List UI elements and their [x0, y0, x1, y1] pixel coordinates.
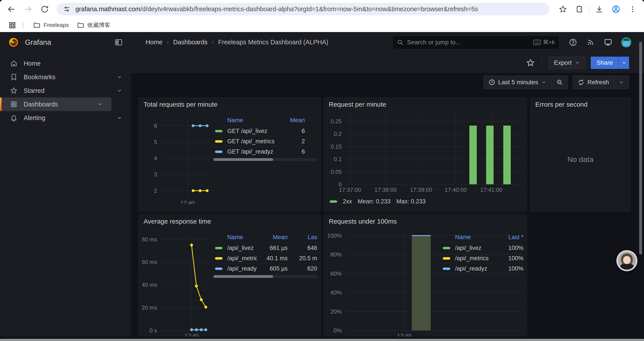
legend-row[interactable]: GET /api/_metrics 2 [212, 136, 317, 146]
refresh-label: Refresh [588, 79, 609, 86]
legend-row[interactable]: /api/_metrics 40.1 ms 20.5 m [212, 253, 317, 263]
sidebar-item-dashboards[interactable]: Dashboards [0, 97, 111, 111]
legend-col-last[interactable]: Las [288, 234, 317, 241]
legend-row[interactable]: GET /api/_livez 6 [212, 126, 317, 136]
panel-title[interactable]: Requests under 100ms [329, 218, 397, 225]
series-color-pill[interactable] [443, 267, 450, 270]
zoom-out-button[interactable] [551, 76, 568, 89]
svg-text:17:40: 17:40 [397, 333, 411, 336]
browser-menu-button[interactable] [627, 4, 638, 15]
panel-title[interactable]: Errors per second [535, 101, 588, 108]
legend-row[interactable]: GET /api/_readyz 6 [212, 146, 317, 157]
refresh-button[interactable]: Refresh [573, 76, 614, 89]
help-button[interactable] [568, 38, 577, 47]
legend-scrollbar[interactable] [212, 158, 317, 161]
user-avatar[interactable] [621, 37, 631, 47]
scrollbar-thumb[interactable] [214, 158, 273, 161]
home-icon [10, 60, 18, 67]
series-color-pill[interactable] [215, 140, 222, 143]
panel-errors-per-second[interactable]: Errors per second No data [530, 97, 631, 212]
breadcrumb-home[interactable]: Home [146, 39, 162, 46]
sidebar-item-alerting[interactable]: Alerting [0, 111, 131, 125]
panel-title[interactable]: Total requests per minute [144, 101, 218, 108]
apps-button[interactable] [6, 20, 18, 31]
favorite-dashboard-button[interactable] [526, 58, 535, 67]
legend-col-name[interactable]: Name [212, 117, 285, 124]
series-color-pill [330, 200, 337, 203]
panel-requests-under-100ms[interactable]: Requests under 100ms 100%80%60%40%20%0%1… [324, 214, 527, 336]
legend-col-name[interactable]: Name [212, 234, 257, 241]
series-color-pill[interactable] [215, 130, 222, 132]
legend-col-mean[interactable]: Mean [257, 234, 288, 241]
back-button[interactable] [6, 4, 17, 15]
refresh-interval-button[interactable] [614, 76, 629, 89]
svg-text:0.1: 0.1 [334, 156, 342, 162]
share-menu-button[interactable] [618, 57, 629, 69]
series-color-pill[interactable] [443, 247, 450, 249]
chevron-down-icon[interactable] [116, 115, 122, 121]
bookmark-folder-freeleaps[interactable]: Freeleaps [29, 20, 73, 31]
star-icon [526, 58, 535, 67]
series-color-pill[interactable] [215, 267, 222, 270]
site-settings-icon[interactable] [63, 6, 70, 13]
search-input[interactable]: Search or jump to... ⌘+k [392, 36, 560, 49]
sidebar-item-home[interactable]: Home [0, 57, 131, 70]
bell-icon [10, 114, 18, 122]
panel-total-requests[interactable]: Total requests per minute 6543217:40 Nam… [138, 97, 321, 212]
url-bar[interactable]: grafana.mathmast.com/d/deytv4rwavabkb/fr… [56, 3, 549, 15]
panel-request-per-minute[interactable]: Request per minute 0.250.20.150.10.05017… [324, 97, 527, 212]
assistant-avatar-widget[interactable] [616, 250, 638, 271]
sidebar: Grafana Home Bookmarks Starred [0, 32, 131, 336]
panel-title[interactable]: Request per minute [329, 101, 386, 108]
export-button[interactable]: Export [548, 57, 586, 69]
legend-scrollbar[interactable] [212, 275, 317, 278]
chevron-down-icon[interactable] [116, 74, 122, 80]
legend-row[interactable]: /api/_livez 100% [440, 243, 524, 253]
series-color-pill[interactable] [443, 257, 450, 260]
panel-avg-response-time[interactable]: Average response time 80 ms60 ms40 ms20 … [138, 214, 321, 336]
legend-line[interactable]: 2xx Mean: 0.233 Max: 0.233 [330, 198, 426, 205]
downloads-button[interactable] [594, 4, 605, 15]
collapse-sidebar-icon[interactable] [114, 38, 123, 47]
series-last: 100% [497, 255, 524, 262]
legend-row[interactable]: /api/_livez 661 µs 646 [212, 243, 317, 253]
share-button[interactable]: Share [591, 57, 618, 69]
chevron-down-icon[interactable] [116, 88, 122, 94]
time-range-picker[interactable]: Last 5 minutes [484, 76, 551, 89]
series-name: GET /api/_livez [227, 128, 285, 135]
chevron-down-icon[interactable] [97, 101, 102, 107]
series-color-pill[interactable] [215, 257, 222, 260]
sidebar-item-bookmarks[interactable]: Bookmarks [0, 70, 131, 84]
profile-button[interactable] [610, 4, 622, 15]
series-name: GET /api/_metrics [227, 138, 285, 145]
svg-text:17:40: 17:40 [184, 333, 198, 336]
legend-row[interactable]: /api/_metrics 100% [440, 253, 524, 263]
legend-row[interactable]: /api/_readyz 605 µs 620 [212, 263, 317, 274]
forward-icon [24, 5, 32, 14]
legend-col-last[interactable]: Last * [497, 234, 524, 241]
scrollbar-thumb[interactable] [214, 275, 273, 278]
series-color-pill[interactable] [215, 247, 222, 249]
chevron-down-icon [619, 80, 624, 85]
legend-col-mean[interactable]: Mean [285, 117, 305, 124]
series-color-pill[interactable] [215, 151, 222, 153]
kiosk-button[interactable] [604, 38, 612, 47]
forward-button[interactable] [22, 4, 34, 15]
series-mean: 661 µs [257, 245, 288, 251]
grafana-logo[interactable] [8, 37, 19, 48]
timeseries-chart[interactable]: 6543217:40 [148, 116, 213, 204]
reload-button[interactable] [39, 4, 50, 15]
legend-row[interactable]: /api/_readyz 100% [440, 263, 524, 274]
bar-chart[interactable]: 0.250.20.150.10.05017:37:0017:38:0017:39… [325, 113, 526, 192]
legend-col-name[interactable]: Name [440, 234, 497, 241]
news-button[interactable] [586, 38, 595, 47]
page-scrollbar[interactable] [639, 42, 642, 254]
sidebar-item-starred[interactable]: Starred [0, 84, 131, 97]
help-icon [569, 38, 577, 47]
timeseries-chart[interactable]: 80 ms60 ms40 ms20 ms0 s17:40 [142, 235, 210, 336]
panel-title[interactable]: Average response time [144, 218, 211, 225]
bookmark-folder-blogs[interactable]: 收藏博客 [73, 20, 114, 31]
breadcrumb-dashboards[interactable]: Dashboards [173, 39, 207, 46]
extensions-button[interactable] [574, 4, 585, 15]
bookmark-star-button[interactable] [557, 4, 568, 15]
